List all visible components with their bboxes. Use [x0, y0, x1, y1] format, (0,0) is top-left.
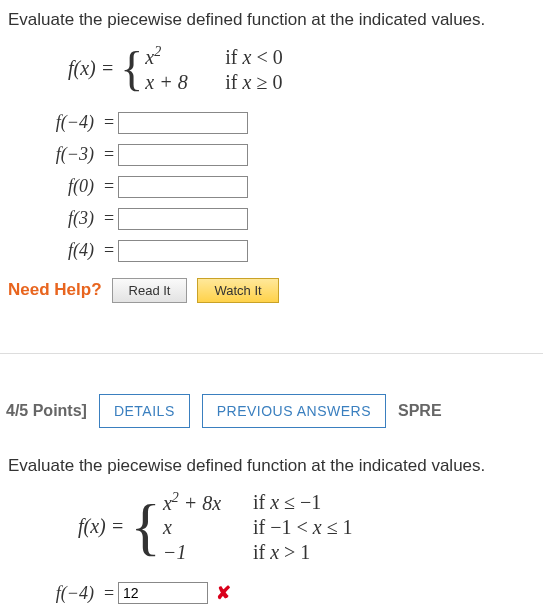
q1-row-3: f(0) = — [8, 174, 535, 200]
previous-answers-button[interactable]: PREVIOUS ANSWERS — [202, 394, 386, 428]
q2-piece-2-cond: if −1 < x ≤ 1 — [253, 516, 353, 539]
wrong-icon: ✘ — [216, 582, 231, 604]
points-label: 4/5 Points] — [6, 402, 87, 420]
brace-icon: { — [130, 500, 161, 554]
watch-it-button[interactable]: Watch It — [197, 278, 278, 303]
q1-piece-2-expr: x + 8 — [145, 71, 225, 94]
q1-row-2-input[interactable] — [118, 144, 248, 166]
q1-prompt: Evaluate the piecewise defined function … — [8, 10, 535, 30]
q2-piece-1-cond: if x ≤ −1 — [253, 491, 321, 514]
q1-row-2-label: f(−3) — [8, 144, 100, 165]
details-button[interactable]: DETAILS — [99, 394, 190, 428]
q2-piece-3-expr: −1 — [163, 541, 253, 564]
q2-piece-2-expr: x — [163, 516, 253, 539]
q2-pieces: x2 + 8x if x ≤ −1 x if −1 < x ≤ 1 −1 if … — [163, 490, 353, 565]
need-help-label: Need Help? — [8, 280, 102, 300]
q2-prompt: Evaluate the piecewise defined function … — [8, 456, 535, 476]
q1-row-2: f(−3) = — [8, 142, 535, 168]
equals-sign: = — [100, 112, 118, 133]
question-1: Evaluate the piecewise defined function … — [0, 0, 543, 323]
q2-piece-1: x2 + 8x if x ≤ −1 — [163, 490, 353, 515]
q1-piece-1-expr: x2 — [145, 44, 225, 69]
q1-row-1: f(−4) = — [8, 110, 535, 136]
q1-row-3-input[interactable] — [118, 176, 248, 198]
q2-function-definition: f(x) = { x2 + 8x if x ≤ −1 x if −1 < x ≤… — [78, 490, 535, 565]
equals-sign: = — [100, 176, 118, 197]
q1-pieces: x2 if x < 0 x + 8 if x ≥ 0 — [145, 44, 282, 94]
q1-func-label: f(x) = — [68, 57, 114, 80]
question-2: Evaluate the piecewise defined function … — [0, 446, 543, 610]
brace-icon: { — [120, 49, 143, 89]
q2-piece-1-expr: x2 + 8x — [163, 490, 253, 515]
q2-piece-3-cond: if x > 1 — [253, 541, 310, 564]
q1-row-3-label: f(0) — [8, 176, 100, 197]
source-label: SPRE — [398, 402, 442, 420]
q2-row-1: f(−4) = ✘ — [8, 580, 535, 606]
q1-row-5: f(4) = — [8, 238, 535, 264]
q1-row-5-input[interactable] — [118, 240, 248, 262]
q1-piece-1: x2 if x < 0 — [145, 44, 282, 69]
q1-piece-2: x + 8 if x ≥ 0 — [145, 71, 282, 94]
q2-piece-2: x if −1 < x ≤ 1 — [163, 516, 353, 539]
q2-row-1-input[interactable] — [118, 582, 208, 604]
divider — [0, 353, 543, 354]
q1-row-4-label: f(3) — [8, 208, 100, 229]
q2-piece-3: −1 if x > 1 — [163, 541, 353, 564]
question-header: 4/5 Points] DETAILS PREVIOUS ANSWERS SPR… — [0, 394, 543, 428]
q1-piece-2-cond: if x ≥ 0 — [225, 71, 282, 94]
q1-function-definition: f(x) = { x2 if x < 0 x + 8 if x ≥ 0 — [68, 44, 535, 94]
q2-row-1-label: f(−4) — [8, 583, 100, 604]
q2-func-label: f(x) = — [78, 515, 124, 538]
equals-sign: = — [100, 144, 118, 165]
equals-sign: = — [100, 208, 118, 229]
q1-row-4: f(3) = — [8, 206, 535, 232]
q1-row-5-label: f(4) — [8, 240, 100, 261]
equals-sign: = — [100, 583, 118, 604]
equals-sign: = — [100, 240, 118, 261]
q1-row-1-label: f(−4) — [8, 112, 100, 133]
read-it-button[interactable]: Read It — [112, 278, 188, 303]
q1-row-1-input[interactable] — [118, 112, 248, 134]
q1-row-4-input[interactable] — [118, 208, 248, 230]
q1-piece-1-cond: if x < 0 — [225, 46, 282, 69]
help-row: Need Help? Read It Watch It — [8, 278, 535, 303]
